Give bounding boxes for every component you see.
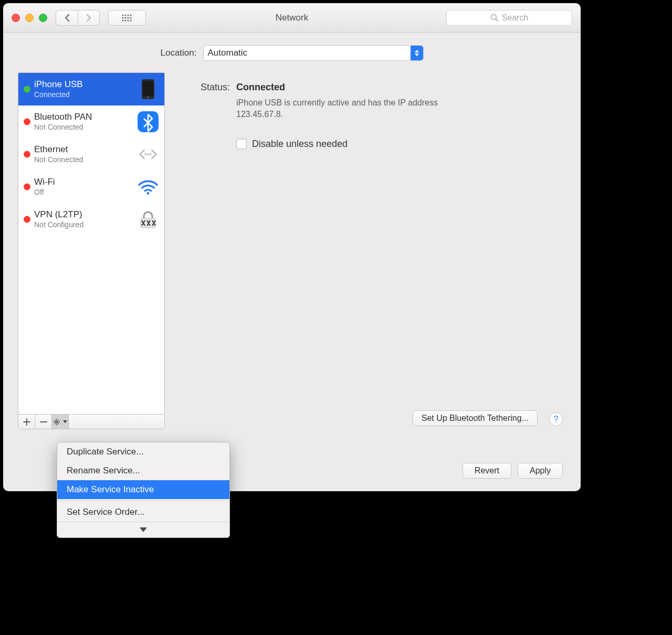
service-actions-menu: Duplicate Service...Rename Service...Mak… [57, 442, 230, 538]
svg-point-4 [122, 17, 123, 18]
svg-point-6 [127, 17, 129, 18]
menu-item[interactable]: Set Service Order... [57, 503, 229, 522]
status-description: iPhone USB is currently active and has t… [236, 97, 462, 121]
service-name: iPhone USB [34, 79, 137, 90]
service-list: iPhone USBConnectedBluetooth PANNot Conn… [18, 73, 164, 414]
setup-bluetooth-button[interactable]: Set Up Bluetooth Tethering... [413, 410, 538, 426]
bluetooth-icon [137, 111, 159, 133]
nav-buttons [56, 10, 100, 26]
service-name: Wi-Fi [34, 177, 137, 187]
remove-service-button[interactable] [35, 415, 52, 429]
service-item[interactable]: Bluetooth PANNot Connected [18, 105, 164, 138]
svg-line-13 [496, 19, 498, 21]
menu-item[interactable]: Duplicate Service... [57, 442, 229, 461]
svg-point-23 [56, 421, 58, 423]
forward-button[interactable] [78, 10, 100, 26]
chevron-left-icon [64, 14, 70, 22]
titlebar: Network Search [3, 3, 581, 33]
service-name: VPN (L2TP) [34, 209, 137, 220]
search-placeholder: Search [502, 13, 529, 23]
help-button[interactable]: ? [549, 412, 563, 426]
show-all-button[interactable] [108, 10, 146, 26]
service-status: Not Connected [34, 155, 137, 164]
window-title: Network [276, 13, 308, 23]
window-controls [12, 14, 47, 22]
zoom-button[interactable] [39, 14, 47, 22]
sidebar-footer [18, 414, 164, 429]
service-item[interactable]: EthernetNot Connected [18, 138, 164, 171]
location-row: Location: Automatic [18, 45, 566, 61]
svg-point-10 [127, 19, 129, 21]
svg-point-2 [127, 14, 129, 16]
add-service-button[interactable] [18, 415, 35, 429]
disable-checkbox-label: Disable unless needed [252, 139, 348, 150]
svg-rect-15 [143, 81, 153, 96]
status-label: Status: [189, 82, 230, 93]
network-preferences-window: Network Search Location: Automatic iPhon… [3, 3, 581, 491]
service-status: Not Connected [34, 123, 137, 132]
svg-line-30 [58, 420, 59, 420]
revert-button[interactable]: Revert [463, 463, 511, 479]
vpn-icon [137, 208, 159, 230]
svg-point-16 [147, 97, 149, 99]
svg-point-19 [147, 153, 149, 155]
svg-point-12 [491, 14, 496, 19]
status-dot-icon [24, 184, 30, 190]
svg-point-0 [122, 14, 123, 16]
menu-item[interactable]: Make Service Inactive [57, 480, 229, 499]
grid-icon [121, 14, 133, 22]
menu-item[interactable]: Rename Service... [57, 461, 229, 480]
svg-line-29 [58, 423, 59, 424]
location-label: Location: [161, 48, 197, 58]
search-icon [490, 14, 499, 22]
svg-point-9 [124, 19, 126, 21]
service-item[interactable]: Wi-FiOff [18, 171, 164, 203]
status-dot-icon [24, 216, 30, 223]
minimize-button[interactable] [25, 14, 34, 22]
svg-point-18 [144, 153, 146, 155]
service-status: Not Configured [34, 220, 137, 229]
svg-point-1 [124, 14, 126, 16]
plus-icon [23, 418, 30, 426]
iphone-icon [137, 78, 159, 100]
gear-icon [53, 418, 62, 426]
disable-checkbox-row: Disable unless needed [236, 139, 551, 150]
footer-buttons: Revert Apply [463, 463, 563, 479]
service-status: Off [34, 188, 137, 197]
service-item[interactable]: iPhone USBConnected [18, 73, 164, 105]
status-dot-icon [24, 151, 30, 158]
chevron-right-icon [86, 14, 92, 22]
service-name: Ethernet [34, 144, 137, 155]
service-actions-button[interactable] [52, 415, 69, 429]
status-row: Status: Connected [189, 82, 551, 93]
close-button[interactable] [12, 14, 20, 22]
svg-line-28 [55, 420, 55, 420]
status-dot-icon [24, 119, 30, 125]
menu-overflow-arrow[interactable] [57, 522, 229, 537]
select-arrows-icon [411, 46, 423, 60]
status-dot-icon [24, 86, 30, 93]
chevron-down-icon [63, 420, 67, 424]
apply-button[interactable]: Apply [518, 463, 563, 479]
svg-point-7 [130, 17, 131, 18]
svg-line-31 [55, 423, 55, 424]
disable-checkbox[interactable] [236, 139, 247, 149]
svg-point-20 [150, 153, 152, 155]
svg-point-3 [130, 14, 131, 16]
location-select[interactable]: Automatic [203, 45, 424, 61]
svg-point-21 [147, 192, 150, 195]
back-button[interactable] [56, 10, 78, 26]
location-value: Automatic [208, 48, 248, 58]
minus-icon [40, 418, 47, 426]
service-name: Bluetooth PAN [34, 112, 137, 122]
search-field[interactable]: Search [446, 10, 572, 26]
svg-point-11 [130, 19, 131, 21]
service-status: Connected [34, 90, 137, 99]
svg-point-5 [124, 17, 126, 18]
wifi-icon [137, 176, 159, 198]
status-value: Connected [236, 82, 285, 93]
ethernet-icon [137, 143, 159, 165]
svg-point-8 [122, 19, 123, 21]
detail-pane: Status: Connected iPhone USB is currentl… [174, 72, 566, 429]
service-item[interactable]: VPN (L2TP)Not Configured [18, 203, 164, 236]
